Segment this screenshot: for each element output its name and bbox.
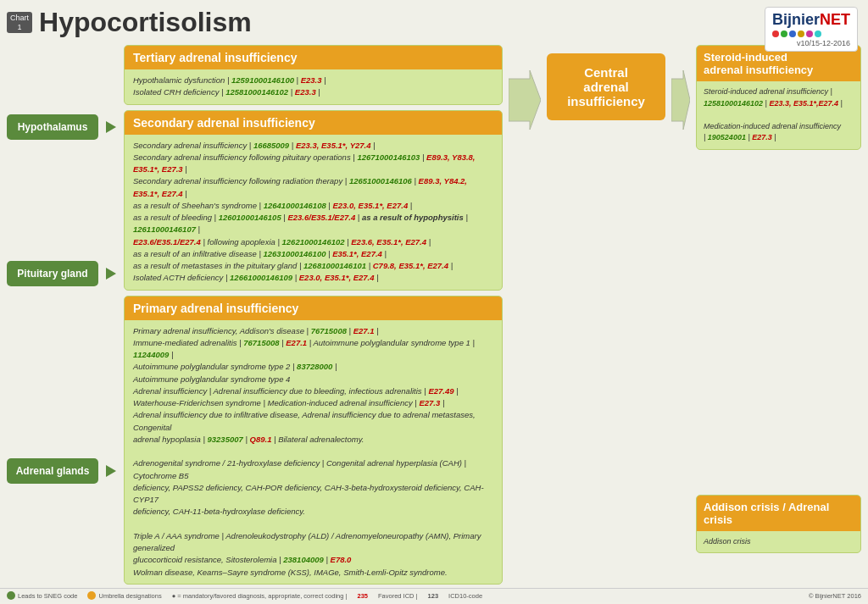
right-col: Steroid-inducedadrenal insufficiency Ste… [696,45,861,553]
logo-dot-green [781,30,787,37]
addison-line1: Addison crisis [704,537,751,546]
tertiary-line2: Isolated CRH deficiency | 12581000146102… [133,87,320,97]
legend-copyright: © BijnierNET 2016 [809,592,861,600]
legend-sneg: Leads to SNEG code [7,591,77,600]
legend-sneg-label: Leads to SNEG code [18,592,77,600]
pri-line12: Triple A / AAA syndrome | Adrenoleukodys… [133,531,481,552]
right-spacer [696,157,861,488]
central-arrow-svg [509,70,541,130]
secondary-title: Secondary adrenal insufficiency [125,111,502,135]
legend-dot-green [7,591,15,600]
primary-content: Primary adrenal insufficiency, Addison's… [125,320,502,584]
pri-line5: Adrenal insufficiency | Adrenal insuffic… [133,386,459,396]
legend-235: 235 [358,592,369,600]
sec-line2: Secondary adrenal insufficiency followin… [133,152,476,174]
secondary-box: Secondary adrenal insufficiency Secondar… [124,110,503,291]
logo-text: BijnierNET [772,11,850,29]
logo-dot-red [772,30,779,37]
addison-title: Addison crisis / Adrenal crisis [697,496,860,531]
legend-umbrella: Umbrella designations [87,591,161,600]
steroid-line1: Steroid-induced adrenal insufficiency |1… [704,87,843,108]
tertiary-title: Tertiary adrenal insufficiency [125,46,502,69]
pri-line3: Autoimmune polyglandular syndrome type 2… [133,362,337,371]
source-nodes: Hypothalamus Pituitary gland Adrenal gla… [7,45,98,553]
pri-line1: Primary adrenal insufficiency, Addison's… [133,326,379,335]
logo-dot-pink [806,30,813,37]
header: Chart1 Hypocortisolism [7,7,861,38]
sec-line3: Secondary adrenal insufficiency followin… [133,176,467,197]
legend-dot-orange [87,591,96,600]
page-title: Hypocortisolism [39,7,252,38]
footer: Leads to SNEG code Umbrella designations… [0,588,868,602]
logo-area: BijnierNET v10/15-12-2016 [765,7,858,52]
central-col: Centraladrenal insufficiency [547,45,665,553]
primary-title: Primary adrenal insufficiency [125,296,502,320]
logo-dot-yellow [798,30,804,37]
sec-line7: as a result of an infiltrative disease |… [133,249,387,258]
steroid-line2: Medication-induced adrenal insufficiency… [704,122,841,142]
chart-badge: Chart1 [7,12,32,34]
pri-line10: deficiency, PAPSS2 deficiency, CAH-POR d… [133,483,484,504]
pri-line2: Immune-mediated adrenalitis | 76715008 |… [133,338,475,359]
central-box: Centraladrenal insufficiency [547,53,665,120]
pri-line9: Adrenogenital syndrome / 21-hydroxylase … [133,458,466,479]
legend-coding: ● = mandatory/favored diagnosis, appropr… [172,592,348,600]
page-wrapper: Chart1 Hypocortisolism BijnierNET v10/15… [0,0,868,604]
steroid-content: Steroid-induced adrenal insufficiency |1… [697,81,860,149]
tertiary-box: Tertiary adrenal insufficiency Hypothala… [124,45,503,105]
arrow-hyp [106,121,116,133]
pri-line8: adrenal hypoplasia | 93235007 | Q89.1 | … [133,435,364,444]
legend-icd10: ICD10-code [448,592,482,600]
logo-dot-blue [789,30,796,37]
version-text: v10/15-12-2016 [772,39,850,47]
legend-favored: Favored ICD | [378,592,418,600]
conditions-col: Tertiary adrenal insufficiency Hypothala… [124,45,503,553]
pri-line6: Waterhouse-Friderichsen syndrome | Medic… [133,398,444,407]
svg-marker-0 [509,70,541,130]
source-node-adrenal: Adrenal glands [7,458,98,484]
primary-box: Primary adrenal insufficiency Primary ad… [124,296,503,585]
sec-line1: Secondary adrenal insufficiency | 166850… [133,141,376,150]
sec-line6: E23.6/E35.1/E27.4 | following apoplexia … [133,237,431,247]
tertiary-line1: Hypothalamic dysfunction | 1259100014610… [133,75,326,85]
central-arrow-col [508,45,542,553]
source-node-hypothalamus: Hypothalamus [7,114,98,140]
secondary-content: Secondary adrenal insufficiency | 166850… [125,135,502,290]
source-node-pituitary: Pituitary gland [7,261,98,286]
tertiary-content: Hypothalamic dysfunction | 1259100014610… [125,69,502,104]
arrow-pit [106,268,116,280]
logo-box: BijnierNET v10/15-12-2016 [765,7,858,52]
logo-ier: ier [801,11,820,28]
svg-marker-1 [671,70,690,130]
steroid-box: Steroid-inducedadrenal insufficiency Ste… [696,45,861,150]
sec-line9: Isolated ACTH deficiency | 1266100014610… [133,273,379,282]
logo-dot-cyan [815,30,821,37]
arrows-left [103,45,119,553]
legend-umbrella-label: Umbrella designations [98,592,161,600]
pri-line11: deficiency, CAH-11-beta-hydroxylase defi… [133,507,305,516]
right-arrow-col [670,45,691,553]
pri-line7: Adrenal insufficiency due to infiltrativ… [133,410,476,431]
logo-dots [772,30,850,37]
logo-net: NET [820,11,850,28]
addison-content: Addison crisis [697,531,860,553]
right-arrow-svg [671,70,690,130]
pri-line4: Autoimmune polyglandular syndrome type 4 [133,374,290,384]
sec-line8: as a result of metastases in the pituita… [133,261,453,270]
addison-box: Addison crisis / Adrenal crisis Addison … [696,495,861,554]
pri-line14: Wolman disease, Kearns–Sayre syndrome (K… [133,568,448,577]
logo-bijn: Bijn [772,11,801,28]
arrow-adr [106,465,116,477]
sec-line5: as a result of bleeding | 12601000146105… [133,213,468,234]
legend-123: 123 [428,592,439,600]
sec-line4: as a result of Sheehan's syndrome | 1264… [133,201,412,210]
main-layout: Hypothalamus Pituitary gland Adrenal gla… [7,45,861,553]
pri-line13: glucocorticoid resistance, Sitosterolemi… [133,555,351,564]
